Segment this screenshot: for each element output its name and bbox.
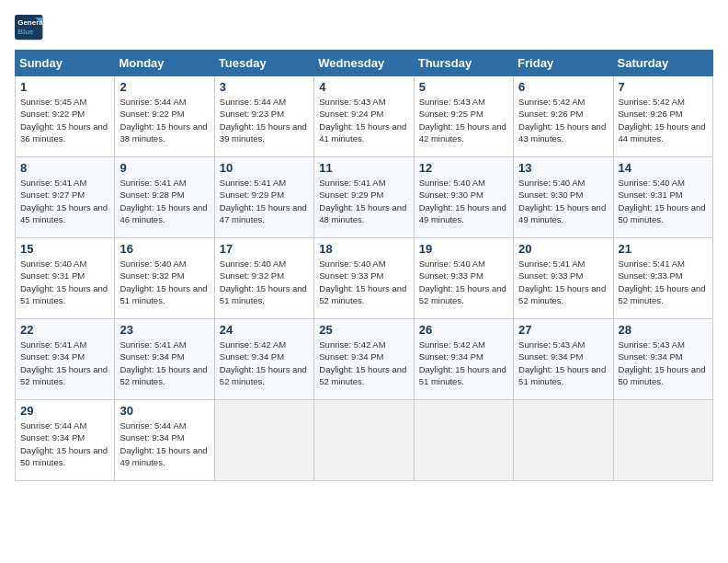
day-info: Sunrise: 5:42 AMSunset: 9:34 PMDaylight:… [319,339,406,386]
day-number: 30 [119,404,209,418]
day-info: Sunrise: 5:41 AMSunset: 9:34 PMDaylight:… [119,339,207,386]
calendar-cell: 21 Sunrise: 5:41 AMSunset: 9:33 PMDaylig… [613,238,712,319]
calendar-cell: 17 Sunrise: 5:40 AMSunset: 9:32 PMDaylig… [214,238,313,319]
day-info: Sunrise: 5:43 AMSunset: 9:24 PMDaylight:… [319,97,406,144]
calendar-cell: 15 Sunrise: 5:40 AMSunset: 9:31 PMDaylig… [16,238,115,319]
day-info: Sunrise: 5:40 AMSunset: 9:32 PMDaylight:… [119,259,207,305]
calendar-cell: 26 Sunrise: 5:42 AMSunset: 9:34 PMDaylig… [414,319,513,400]
day-info: Sunrise: 5:40 AMSunset: 9:33 PMDaylight:… [319,259,406,305]
column-header-wednesday: Wednesday [314,51,414,76]
column-header-tuesday: Tuesday [214,51,313,76]
calendar-cell: 27 Sunrise: 5:43 AMSunset: 9:34 PMDaylig… [514,319,613,400]
day-number: 19 [419,242,508,256]
calendar-header-row: SundayMondayTuesdayWednesdayThursdayFrid… [16,51,713,76]
day-info: Sunrise: 5:41 AMSunset: 9:33 PMDaylight:… [518,259,606,305]
calendar-cell: 12 Sunrise: 5:40 AMSunset: 9:30 PMDaylig… [414,157,513,238]
column-header-friday: Friday [514,51,613,76]
day-info: Sunrise: 5:40 AMSunset: 9:31 PMDaylight:… [20,259,108,305]
day-number: 25 [319,323,408,337]
day-info: Sunrise: 5:43 AMSunset: 9:34 PMDaylight:… [619,339,706,386]
calendar-cell: 22 Sunrise: 5:41 AMSunset: 9:34 PMDaylig… [16,319,115,400]
calendar-cell: 16 Sunrise: 5:40 AMSunset: 9:32 PMDaylig… [115,238,214,319]
day-number: 5 [419,80,508,94]
calendar-cell: 2 Sunrise: 5:44 AMSunset: 9:22 PMDayligh… [115,76,214,157]
calendar-cell: 7 Sunrise: 5:42 AMSunset: 9:26 PMDayligh… [613,76,712,157]
calendar-cell: 6 Sunrise: 5:42 AMSunset: 9:26 PMDayligh… [514,76,613,157]
calendar-cell: 30 Sunrise: 5:44 AMSunset: 9:34 PMDaylig… [115,400,214,481]
day-number: 28 [619,323,708,337]
day-info: Sunrise: 5:41 AMSunset: 9:34 PMDaylight:… [20,339,108,386]
day-number: 8 [20,161,109,175]
day-info: Sunrise: 5:44 AMSunset: 9:34 PMDaylight:… [119,420,207,467]
day-info: Sunrise: 5:40 AMSunset: 9:31 PMDaylight:… [619,178,706,224]
day-info: Sunrise: 5:43 AMSunset: 9:25 PMDaylight:… [419,97,506,144]
day-number: 20 [518,242,608,256]
day-info: Sunrise: 5:42 AMSunset: 9:34 PMDaylight:… [419,339,506,386]
day-number: 16 [119,242,209,256]
day-number: 3 [220,80,309,94]
day-info: Sunrise: 5:40 AMSunset: 9:33 PMDaylight:… [419,259,506,305]
day-number: 21 [619,242,708,256]
column-header-monday: Monday [115,51,214,76]
logo-icon: General Blue [15,15,44,40]
day-info: Sunrise: 5:43 AMSunset: 9:34 PMDaylight:… [518,339,606,386]
day-number: 17 [220,242,309,256]
day-info: Sunrise: 5:42 AMSunset: 9:34 PMDaylight:… [220,339,307,386]
calendar-cell [613,400,712,481]
calendar-cell: 14 Sunrise: 5:40 AMSunset: 9:31 PMDaylig… [613,157,712,238]
calendar-week-2: 8 Sunrise: 5:41 AMSunset: 9:27 PMDayligh… [16,157,713,238]
calendar-cell: 24 Sunrise: 5:42 AMSunset: 9:34 PMDaylig… [214,319,313,400]
calendar-cell: 8 Sunrise: 5:41 AMSunset: 9:27 PMDayligh… [16,157,115,238]
header: General Blue [15,15,713,40]
day-number: 12 [419,161,508,175]
day-number: 22 [20,323,109,337]
calendar-cell [214,400,313,481]
day-info: Sunrise: 5:44 AMSunset: 9:34 PMDaylight:… [20,420,108,467]
calendar-cell [314,400,414,481]
calendar-cell: 5 Sunrise: 5:43 AMSunset: 9:25 PMDayligh… [414,76,513,157]
calendar-cell: 29 Sunrise: 5:44 AMSunset: 9:34 PMDaylig… [16,400,115,481]
day-number: 24 [220,323,309,337]
column-header-sunday: Sunday [16,51,115,76]
day-number: 4 [319,80,408,94]
day-number: 18 [319,242,408,256]
calendar-week-4: 22 Sunrise: 5:41 AMSunset: 9:34 PMDaylig… [16,319,713,400]
day-number: 6 [518,80,608,94]
day-info: Sunrise: 5:41 AMSunset: 9:29 PMDaylight:… [319,178,406,224]
svg-text:Blue: Blue [17,28,34,36]
day-info: Sunrise: 5:40 AMSunset: 9:32 PMDaylight:… [220,259,307,305]
calendar-cell: 10 Sunrise: 5:41 AMSunset: 9:29 PMDaylig… [214,157,313,238]
calendar-cell: 19 Sunrise: 5:40 AMSunset: 9:33 PMDaylig… [414,238,513,319]
day-number: 14 [619,161,708,175]
column-header-saturday: Saturday [613,51,712,76]
column-header-thursday: Thursday [414,51,513,76]
day-info: Sunrise: 5:41 AMSunset: 9:33 PMDaylight:… [619,259,706,305]
day-info: Sunrise: 5:42 AMSunset: 9:26 PMDaylight:… [518,97,606,144]
svg-text:General: General [17,18,44,27]
day-number: 11 [319,161,408,175]
day-number: 13 [518,161,608,175]
calendar-cell: 3 Sunrise: 5:44 AMSunset: 9:23 PMDayligh… [214,76,313,157]
calendar-week-1: 1 Sunrise: 5:45 AMSunset: 9:22 PMDayligh… [16,76,713,157]
calendar-cell: 11 Sunrise: 5:41 AMSunset: 9:29 PMDaylig… [314,157,414,238]
day-info: Sunrise: 5:42 AMSunset: 9:26 PMDaylight:… [619,97,706,144]
day-info: Sunrise: 5:45 AMSunset: 9:22 PMDaylight:… [20,97,108,144]
day-number: 10 [220,161,309,175]
calendar-cell: 4 Sunrise: 5:43 AMSunset: 9:24 PMDayligh… [314,76,414,157]
calendar-week-5: 29 Sunrise: 5:44 AMSunset: 9:34 PMDaylig… [16,400,713,481]
calendar-week-3: 15 Sunrise: 5:40 AMSunset: 9:31 PMDaylig… [16,238,713,319]
calendar-cell [414,400,513,481]
day-info: Sunrise: 5:41 AMSunset: 9:27 PMDaylight:… [20,178,108,224]
calendar: SundayMondayTuesdayWednesdayThursdayFrid… [15,50,713,481]
calendar-cell: 9 Sunrise: 5:41 AMSunset: 9:28 PMDayligh… [115,157,214,238]
day-info: Sunrise: 5:41 AMSunset: 9:29 PMDaylight:… [220,178,307,224]
calendar-cell: 23 Sunrise: 5:41 AMSunset: 9:34 PMDaylig… [115,319,214,400]
calendar-cell [514,400,613,481]
day-number: 26 [419,323,508,337]
calendar-cell: 25 Sunrise: 5:42 AMSunset: 9:34 PMDaylig… [314,319,414,400]
day-info: Sunrise: 5:44 AMSunset: 9:22 PMDaylight:… [119,97,207,144]
day-number: 2 [119,80,209,94]
day-number: 7 [619,80,708,94]
calendar-cell: 18 Sunrise: 5:40 AMSunset: 9:33 PMDaylig… [314,238,414,319]
day-number: 9 [119,161,209,175]
